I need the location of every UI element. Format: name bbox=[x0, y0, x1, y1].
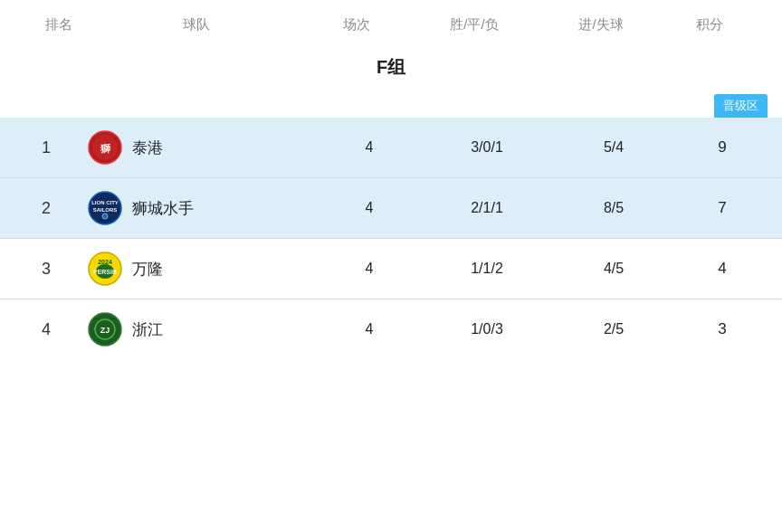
team-wdl: 2/1/1 bbox=[424, 200, 550, 216]
header-team: 球队 bbox=[91, 16, 302, 33]
svg-text:獅: 獅 bbox=[100, 143, 110, 154]
team-logo: LION CITY SAILORS bbox=[78, 191, 132, 225]
team-games: 4 bbox=[315, 139, 424, 156]
svg-point-6 bbox=[102, 214, 108, 219]
team-rank: 4 bbox=[14, 320, 78, 339]
team-logo: 獅 bbox=[78, 130, 132, 165]
svg-text:PERSIB: PERSIB bbox=[93, 269, 117, 275]
header-wdl: 胜/平/负 bbox=[411, 16, 538, 33]
team-pts: 3 bbox=[677, 320, 768, 338]
promotion-zone: 晋级区 bbox=[0, 94, 782, 118]
team-name: 泰港 bbox=[132, 138, 315, 158]
table-row: 4 ZJ 浙江 4 1/0/3 2/5 3 bbox=[0, 299, 782, 359]
team-games: 4 bbox=[315, 321, 424, 337]
header-rank: 排名 bbox=[27, 16, 91, 33]
team-rank: 3 bbox=[14, 260, 78, 279]
team-gfga: 2/5 bbox=[550, 321, 677, 337]
team-wdl: 1/0/3 bbox=[424, 321, 550, 337]
svg-text:ZJ: ZJ bbox=[100, 326, 110, 335]
promotion-badge: 晋级区 bbox=[714, 94, 768, 118]
team-name: 浙江 bbox=[132, 319, 315, 340]
team-games: 4 bbox=[315, 261, 424, 277]
table-row: 3 PERSIB 2024 万隆 4 1/1/2 4/5 4 bbox=[0, 239, 782, 299]
header-gfga: 进/失球 bbox=[538, 16, 664, 33]
team-gfga: 5/4 bbox=[550, 139, 677, 156]
team-pts: 4 bbox=[677, 260, 768, 278]
team-gfga: 4/5 bbox=[550, 261, 677, 277]
team-wdl: 3/0/1 bbox=[424, 139, 550, 156]
team-rank: 1 bbox=[14, 138, 78, 157]
team-pts: 9 bbox=[677, 138, 768, 157]
team-wdl: 1/1/2 bbox=[424, 261, 550, 277]
group-title: F组 bbox=[0, 46, 782, 94]
header-games: 场次 bbox=[302, 16, 411, 33]
header-pts: 积分 bbox=[664, 16, 755, 33]
svg-text:2024: 2024 bbox=[98, 259, 112, 265]
table-header: 排名 球队 场次 胜/平/负 进/失球 积分 bbox=[0, 0, 782, 46]
team-games: 4 bbox=[315, 200, 424, 216]
team-name: 万隆 bbox=[132, 259, 315, 280]
team-pts: 7 bbox=[677, 199, 768, 217]
svg-text:LION CITY: LION CITY bbox=[91, 200, 119, 205]
table-row: 2 LION CITY SAILORS 狮城水手 4 2/1/1 8/5 7 bbox=[0, 178, 782, 238]
table-row: 1 獅 泰港 4 3/0/1 5/4 9 bbox=[0, 118, 782, 177]
team-name: 狮城水手 bbox=[132, 198, 315, 219]
team-logo: PERSIB 2024 bbox=[78, 252, 132, 286]
teams-table: 1 獅 泰港 4 3/0/1 5/4 9 2 LION CITY SAILORS… bbox=[0, 118, 782, 359]
team-gfga: 8/5 bbox=[550, 200, 677, 216]
svg-text:SAILORS: SAILORS bbox=[93, 207, 118, 213]
team-logo: ZJ bbox=[78, 312, 132, 347]
team-rank: 2 bbox=[14, 199, 78, 218]
